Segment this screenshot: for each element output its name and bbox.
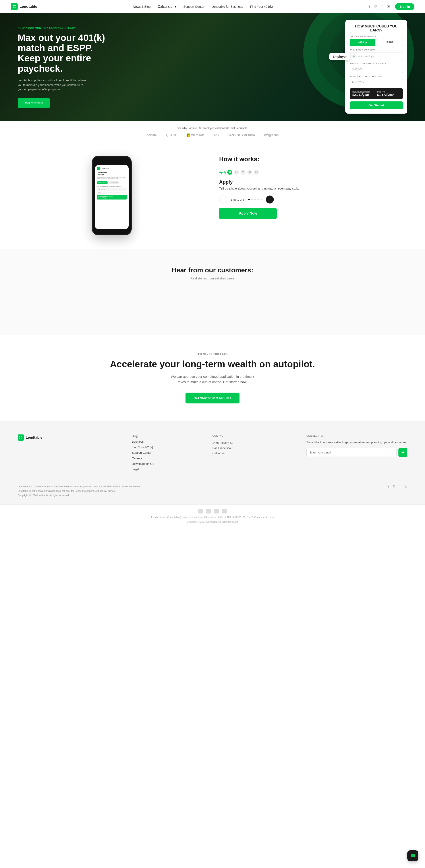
reimbursement-result: REIMBURSEMENT: $2,011/year [352, 91, 375, 97]
logo-microsoft: Microsoft [187, 133, 204, 137]
phone-input-employer: Your Employer [97, 188, 127, 191]
footer-link-legal[interactable]: Legal [132, 468, 199, 471]
footer-newsletter-form [306, 448, 407, 457]
footer-email-icon[interactable]: ✉ [404, 485, 407, 489]
footer-twitter-icon[interactable]: 𝕏 [392, 485, 395, 489]
calculator-cta-button[interactable]: Get Started [350, 101, 403, 109]
nav-link-calculator[interactable]: Calculator ▾ [158, 4, 176, 9]
logo-text: Lendtable [20, 4, 37, 9]
footer-bottom: Lendtable Inc. ("Lendtable") is a consum… [18, 480, 407, 498]
step-dot-2 [251, 198, 253, 200]
footer-logo-col: Lendtable [18, 434, 119, 471]
nav-link-business[interactable]: Lendtable for Business [211, 5, 243, 8]
employer-input[interactable]: 🏢 Your Employer [350, 52, 403, 60]
btn-espp[interactable]: ESPP [377, 39, 403, 46]
btn-401k[interactable]: 401(k)+ [350, 39, 375, 46]
step-tab-5[interactable]: 05 [254, 170, 259, 175]
svg-rect-6 [188, 133, 190, 135]
cta-title: Accelerate your long-term wealth on auto… [18, 359, 407, 370]
svg-rect-9 [19, 436, 20, 437]
footer-link-401k[interactable]: Find Your 401(k) [132, 445, 199, 449]
how-left: Lendtable Line of CreditCalculator Find … [18, 156, 206, 236]
nav-link-401k[interactable]: Find Your 401(k) [250, 5, 273, 8]
footer-newsletter-title: NEWSLETTER [306, 434, 407, 437]
step-progress-text: Step 1 of 5 [231, 198, 244, 201]
salary-input[interactable]: $ 45,000 [350, 66, 403, 73]
message-icon[interactable]: ✉ [387, 4, 390, 9]
nav-logo[interactable]: Lendtable [11, 3, 37, 10]
footer-link-business[interactable]: Business [132, 440, 199, 443]
sub-footer-copyright: Copyright © 2024 Lendtable. All rights r… [18, 520, 407, 524]
trust-bar: See why Fortune 500 employees nationwide… [0, 121, 425, 143]
sub-footer-text: Lendtable Inc. ("Lendtable") is a consum… [18, 515, 407, 520]
hero-title: Max out your 401(k) match and ESPP. Keep… [18, 33, 111, 74]
instagram-icon[interactable]: ◻ [381, 4, 383, 9]
step-heading: Apply [219, 179, 407, 185]
footer-link-blog[interactable]: Blog [132, 434, 199, 438]
cta-eyebrow: IT'S NEVER TOO LATE. [18, 353, 407, 355]
steps-tabs: Apply 01 02 03 04 05 [219, 170, 407, 175]
how-right: How it works: Apply 01 02 03 04 05 Apply… [219, 156, 407, 219]
step-tab-4-num: 04 [247, 170, 252, 175]
phone-notch [105, 160, 119, 163]
phone-header: Line of CreditCalculator [97, 172, 127, 176]
footer-nav-links: Blog Business Find Your 401(k) Support C… [132, 434, 199, 471]
calculator-result: REIMBURSEMENT: $2,011/year PROFIT: $1,17… [350, 88, 403, 99]
apply-now-button[interactable]: Apply Now [219, 208, 277, 219]
signin-button[interactable]: Sign In [395, 3, 414, 10]
profit-value: $1,173/year [377, 93, 400, 97]
footer-social: ? 𝕏 ◻ ✉ [387, 485, 407, 489]
footer-link-ios[interactable]: Download for iOS [132, 462, 199, 465]
hero-eyebrow: KEEP YOUR MONTHLY EARNINGS STEADY. [18, 27, 111, 29]
footer-instagram-icon[interactable]: ◻ [398, 485, 401, 489]
step-tab-2[interactable]: 02 [234, 170, 239, 175]
customers-section: Hear from our customers: Real stories fr… [0, 249, 425, 335]
newsletter-submit-button[interactable] [398, 448, 407, 457]
newsletter-email-input[interactable] [306, 448, 397, 457]
nav-link-news[interactable]: News & Blog [133, 5, 151, 8]
footer-contact-col: CONTACT 1475 Folsom St. San Francisco Ca… [212, 434, 293, 471]
logo-icon [11, 3, 18, 10]
nav-link-support[interactable]: Support Center [183, 5, 204, 8]
heart-icon[interactable]: ♡ [374, 4, 377, 9]
question-icon[interactable]: ? [368, 5, 370, 9]
navbar: Lendtable News & Blog Calculator ▾ Suppo… [0, 0, 425, 13]
step-dots [248, 198, 262, 200]
step-tab-1[interactable]: Apply 01 [219, 170, 232, 175]
profit-result: PROFIT: $1,173/year [377, 91, 400, 97]
sub-footer-icon-1 [198, 509, 203, 514]
svg-rect-3 [14, 7, 16, 8]
footer-link-careers[interactable]: Careers [132, 457, 199, 460]
sub-footer-icon-3 [214, 509, 219, 514]
step-prev-button[interactable]: ‹ [219, 195, 227, 204]
footer-logo-icon [18, 434, 24, 441]
customers-title: Hear from our customers: [18, 267, 407, 274]
footer-link-support[interactable]: Support Center [132, 451, 199, 454]
hero-cta-button[interactable]: Get Started [18, 98, 50, 108]
sub-footer-icons [18, 509, 407, 514]
calculator-title: HOW MUCH COULD YOU EARN? [350, 24, 403, 32]
footer-question-icon[interactable]: ? [387, 485, 389, 489]
phone-sub: Find out how much you can reimburse your… [97, 177, 127, 180]
step-tab-4[interactable]: 04 [247, 170, 252, 175]
step-tab-3-num: 03 [240, 170, 246, 175]
step-tab-2-num: 02 [234, 170, 239, 175]
svg-rect-7 [187, 135, 188, 136]
cta-description: We can approve your completed applicatio… [168, 374, 257, 384]
svg-rect-1 [14, 5, 16, 6]
step-dot-1 [248, 198, 250, 200]
footer-contact-title: CONTACT [212, 434, 293, 437]
phone-tab-espp: ESPP Calculator [109, 181, 120, 184]
chevron-down-icon: ▾ [174, 4, 176, 9]
step-next-button[interactable]: › [266, 195, 274, 204]
service-toggle: 401(k)+ ESPP [350, 39, 403, 46]
calculator-card: HOW MUCH COULD YOU EARN? CHOOSE YOUR SER… [345, 20, 407, 114]
step-tab-3[interactable]: 03 [240, 170, 246, 175]
customers-subtitle: Real stories from satisfied users [18, 277, 407, 280]
how-it-works-title: How it works: [219, 156, 407, 163]
cta-button[interactable]: Get Started in 3 Minutes [186, 393, 239, 403]
footer-logo: Lendtable [18, 434, 119, 441]
phone-logo: Lendtable [97, 167, 127, 170]
step-tab-1-num: 01 [227, 170, 232, 175]
start-date-input[interactable]: MM/YYYY [350, 79, 403, 86]
